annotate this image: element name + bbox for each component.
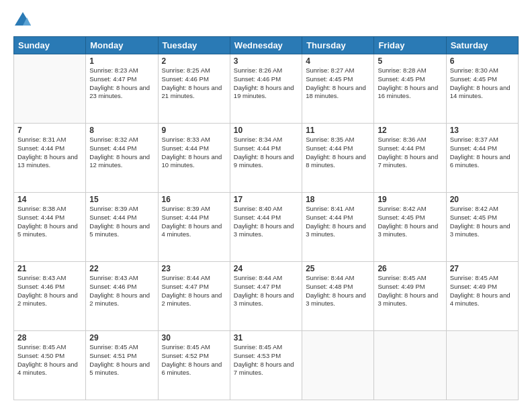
cell-date: 3 bbox=[234, 56, 298, 66]
cell-info: Sunrise: 8:45 AMSunset: 4:49 PMDaylight:… bbox=[378, 274, 442, 308]
cell-date: 12 bbox=[378, 126, 442, 135]
cell-info: Sunrise: 8:42 AMSunset: 4:45 PMDaylight:… bbox=[450, 205, 515, 239]
calendar-cell: 18Sunrise: 8:41 AMSunset: 4:44 PMDayligh… bbox=[302, 193, 374, 262]
week-row-3: 14Sunrise: 8:38 AMSunset: 4:44 PMDayligh… bbox=[14, 193, 519, 262]
cell-info: Sunrise: 8:43 AMSunset: 4:46 PMDaylight:… bbox=[89, 274, 154, 308]
cell-info: Sunrise: 8:45 AMSunset: 4:50 PMDaylight:… bbox=[17, 343, 82, 377]
cell-date: 23 bbox=[162, 264, 226, 273]
weekday-header-thursday: Thursday bbox=[302, 37, 374, 54]
calendar-cell: 14Sunrise: 8:38 AMSunset: 4:44 PMDayligh… bbox=[14, 193, 86, 262]
cell-date: 18 bbox=[306, 195, 370, 204]
weekday-header-row: SundayMondayTuesdayWednesdayThursdayFrid… bbox=[14, 37, 519, 54]
cell-info: Sunrise: 8:25 AMSunset: 4:46 PMDaylight:… bbox=[162, 66, 226, 101]
week-row-5: 28Sunrise: 8:45 AMSunset: 4:50 PMDayligh… bbox=[14, 331, 519, 400]
cell-info: Sunrise: 8:41 AMSunset: 4:44 PMDaylight:… bbox=[306, 205, 370, 239]
calendar-cell: 5Sunrise: 8:28 AMSunset: 4:45 PMDaylight… bbox=[374, 54, 446, 124]
cell-info: Sunrise: 8:44 AMSunset: 4:47 PMDaylight:… bbox=[234, 274, 298, 308]
calendar-cell: 25Sunrise: 8:44 AMSunset: 4:48 PMDayligh… bbox=[302, 262, 374, 331]
cell-date: 7 bbox=[17, 126, 82, 135]
calendar-cell: 8Sunrise: 8:32 AMSunset: 4:44 PMDaylight… bbox=[86, 124, 158, 193]
calendar-cell bbox=[14, 54, 86, 124]
cell-date: 13 bbox=[450, 126, 515, 135]
cell-date: 20 bbox=[450, 195, 515, 204]
cell-info: Sunrise: 8:39 AMSunset: 4:44 PMDaylight:… bbox=[89, 205, 154, 239]
cell-info: Sunrise: 8:37 AMSunset: 4:44 PMDaylight:… bbox=[450, 136, 515, 170]
cell-date: 29 bbox=[89, 333, 154, 342]
calendar-cell: 1Sunrise: 8:23 AMSunset: 4:47 PMDaylight… bbox=[86, 54, 158, 124]
weekday-header-saturday: Saturday bbox=[446, 37, 518, 54]
calendar-cell: 21Sunrise: 8:43 AMSunset: 4:46 PMDayligh… bbox=[14, 262, 86, 331]
cell-date: 17 bbox=[234, 195, 298, 204]
weekday-header-tuesday: Tuesday bbox=[158, 37, 230, 54]
cell-info: Sunrise: 8:34 AMSunset: 4:44 PMDaylight:… bbox=[234, 136, 298, 170]
cell-info: Sunrise: 8:33 AMSunset: 4:44 PMDaylight:… bbox=[162, 136, 226, 170]
logo bbox=[13, 11, 35, 30]
cell-date: 14 bbox=[17, 195, 82, 204]
calendar-cell: 7Sunrise: 8:31 AMSunset: 4:44 PMDaylight… bbox=[14, 124, 86, 193]
cell-info: Sunrise: 8:35 AMSunset: 4:44 PMDaylight:… bbox=[306, 136, 370, 170]
cell-date: 15 bbox=[89, 195, 154, 204]
week-row-2: 7Sunrise: 8:31 AMSunset: 4:44 PMDaylight… bbox=[14, 124, 519, 193]
calendar-cell: 4Sunrise: 8:27 AMSunset: 4:45 PMDaylight… bbox=[302, 54, 374, 124]
calendar-cell: 17Sunrise: 8:40 AMSunset: 4:44 PMDayligh… bbox=[230, 193, 302, 262]
cell-date: 8 bbox=[89, 126, 154, 135]
calendar-page: SundayMondayTuesdayWednesdayThursdayFrid… bbox=[0, 0, 532, 411]
calendar-cell: 24Sunrise: 8:44 AMSunset: 4:47 PMDayligh… bbox=[230, 262, 302, 331]
calendar-cell: 28Sunrise: 8:45 AMSunset: 4:50 PMDayligh… bbox=[14, 331, 86, 400]
week-row-4: 21Sunrise: 8:43 AMSunset: 4:46 PMDayligh… bbox=[14, 262, 519, 331]
cell-info: Sunrise: 8:45 AMSunset: 4:51 PMDaylight:… bbox=[89, 343, 154, 377]
cell-info: Sunrise: 8:32 AMSunset: 4:44 PMDaylight:… bbox=[89, 136, 154, 170]
calendar-cell: 23Sunrise: 8:44 AMSunset: 4:47 PMDayligh… bbox=[158, 262, 230, 331]
cell-date: 21 bbox=[17, 264, 82, 273]
cell-info: Sunrise: 8:44 AMSunset: 4:47 PMDaylight:… bbox=[162, 274, 226, 308]
cell-date: 4 bbox=[306, 56, 370, 66]
cell-date: 6 bbox=[450, 56, 515, 66]
cell-info: Sunrise: 8:26 AMSunset: 4:46 PMDaylight:… bbox=[234, 66, 298, 101]
calendar-cell: 26Sunrise: 8:45 AMSunset: 4:49 PMDayligh… bbox=[374, 262, 446, 331]
cell-date: 2 bbox=[162, 56, 226, 66]
calendar-cell: 6Sunrise: 8:30 AMSunset: 4:45 PMDaylight… bbox=[446, 54, 518, 124]
calendar-cell: 2Sunrise: 8:25 AMSunset: 4:46 PMDaylight… bbox=[158, 54, 230, 124]
cell-info: Sunrise: 8:45 AMSunset: 4:53 PMDaylight:… bbox=[234, 343, 298, 377]
cell-info: Sunrise: 8:31 AMSunset: 4:44 PMDaylight:… bbox=[17, 136, 82, 170]
calendar-cell: 15Sunrise: 8:39 AMSunset: 4:44 PMDayligh… bbox=[86, 193, 158, 262]
cell-info: Sunrise: 8:45 AMSunset: 4:52 PMDaylight:… bbox=[162, 343, 226, 377]
cell-date: 11 bbox=[306, 126, 370, 135]
weekday-header-friday: Friday bbox=[374, 37, 446, 54]
calendar-cell: 10Sunrise: 8:34 AMSunset: 4:44 PMDayligh… bbox=[230, 124, 302, 193]
cell-date: 26 bbox=[378, 264, 442, 273]
cell-info: Sunrise: 8:40 AMSunset: 4:44 PMDaylight:… bbox=[234, 205, 298, 239]
calendar-table: SundayMondayTuesdayWednesdayThursdayFrid… bbox=[13, 36, 519, 400]
cell-info: Sunrise: 8:27 AMSunset: 4:45 PMDaylight:… bbox=[306, 66, 370, 101]
cell-info: Sunrise: 8:38 AMSunset: 4:44 PMDaylight:… bbox=[17, 205, 82, 239]
cell-date: 30 bbox=[162, 333, 226, 342]
cell-date: 27 bbox=[450, 264, 515, 273]
calendar-cell: 3Sunrise: 8:26 AMSunset: 4:46 PMDaylight… bbox=[230, 54, 302, 124]
cell-date: 28 bbox=[17, 333, 82, 342]
cell-info: Sunrise: 8:30 AMSunset: 4:45 PMDaylight:… bbox=[450, 66, 515, 101]
calendar-cell: 12Sunrise: 8:36 AMSunset: 4:44 PMDayligh… bbox=[374, 124, 446, 193]
calendar-cell: 16Sunrise: 8:39 AMSunset: 4:44 PMDayligh… bbox=[158, 193, 230, 262]
header bbox=[13, 11, 519, 30]
calendar-cell bbox=[374, 331, 446, 400]
calendar-cell: 29Sunrise: 8:45 AMSunset: 4:51 PMDayligh… bbox=[86, 331, 158, 400]
calendar-cell bbox=[302, 331, 374, 400]
cell-date: 24 bbox=[234, 264, 298, 273]
calendar-cell: 31Sunrise: 8:45 AMSunset: 4:53 PMDayligh… bbox=[230, 331, 302, 400]
cell-date: 9 bbox=[162, 126, 226, 135]
cell-info: Sunrise: 8:28 AMSunset: 4:45 PMDaylight:… bbox=[378, 66, 442, 101]
calendar-cell: 11Sunrise: 8:35 AMSunset: 4:44 PMDayligh… bbox=[302, 124, 374, 193]
cell-info: Sunrise: 8:39 AMSunset: 4:44 PMDaylight:… bbox=[162, 205, 226, 239]
cell-info: Sunrise: 8:45 AMSunset: 4:49 PMDaylight:… bbox=[450, 274, 515, 308]
cell-date: 31 bbox=[234, 333, 298, 342]
cell-date: 19 bbox=[378, 195, 442, 204]
calendar-cell: 20Sunrise: 8:42 AMSunset: 4:45 PMDayligh… bbox=[446, 193, 518, 262]
cell-date: 5 bbox=[378, 56, 442, 66]
cell-info: Sunrise: 8:23 AMSunset: 4:47 PMDaylight:… bbox=[89, 66, 154, 101]
calendar-cell: 27Sunrise: 8:45 AMSunset: 4:49 PMDayligh… bbox=[446, 262, 518, 331]
cell-date: 25 bbox=[306, 264, 370, 273]
logo-icon bbox=[13, 11, 32, 30]
cell-date: 1 bbox=[89, 56, 154, 66]
calendar-cell: 19Sunrise: 8:42 AMSunset: 4:45 PMDayligh… bbox=[374, 193, 446, 262]
cell-info: Sunrise: 8:44 AMSunset: 4:48 PMDaylight:… bbox=[306, 274, 370, 308]
